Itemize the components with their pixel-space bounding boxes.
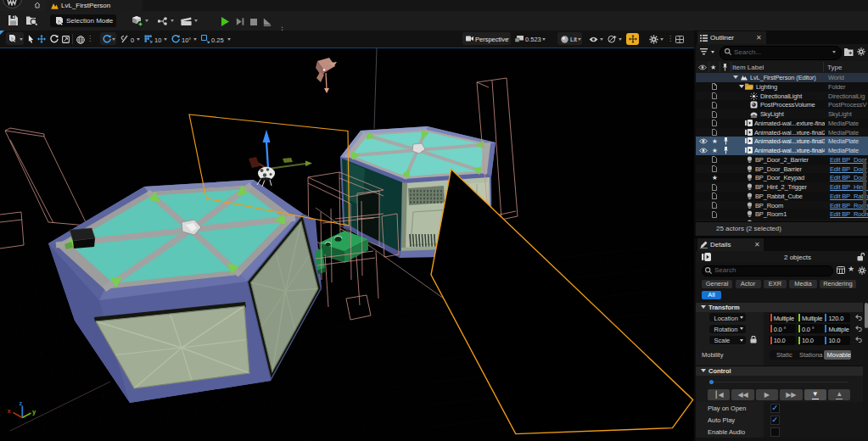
svg-text:z: z [20, 399, 23, 407]
